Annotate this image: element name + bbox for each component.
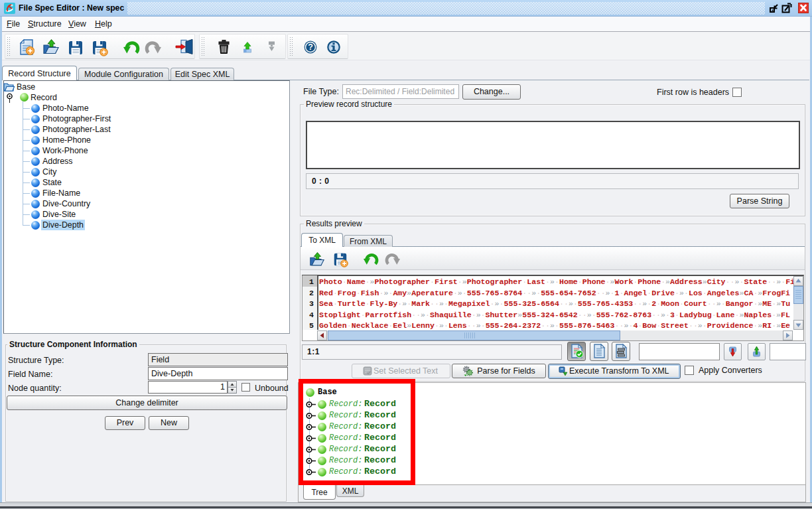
svg-text:?: ? [308, 42, 313, 52]
